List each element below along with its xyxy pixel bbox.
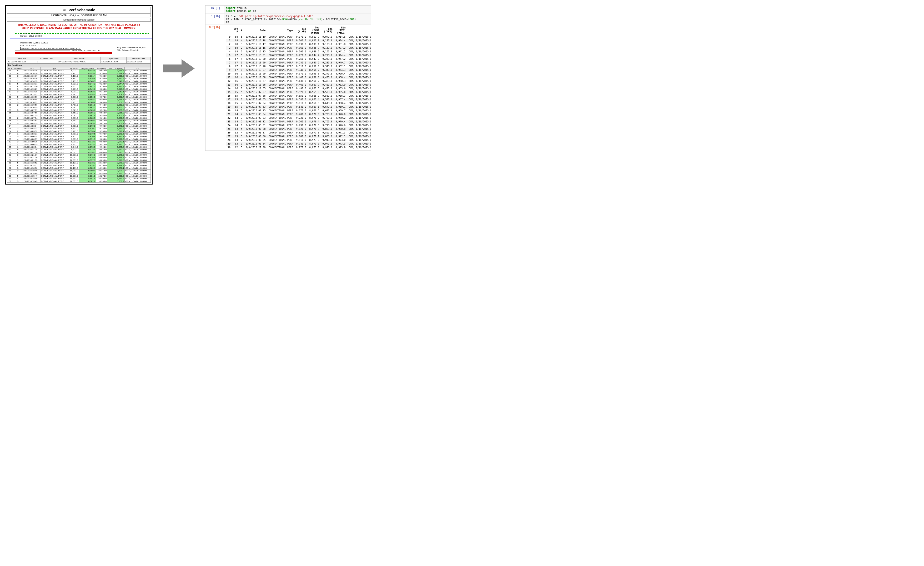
code-cell-1[interactable]: In [1]: import tabula import pandas as p… <box>206 6 371 14</box>
table-cell: 9,521.0 <box>68 109 79 111</box>
perf-header-row: Int #Cluster #DateTypeTop (ftKB)Top (TVD… <box>8 68 151 69</box>
table-row: 266342/9/2016 00:37CONVENTIONAL PERF9,85… <box>226 131 371 134</box>
perf-header: Job <box>125 68 151 69</box>
table-cell: 2/9/2016 16:15 <box>23 80 40 83</box>
table-cell: 2/8/2016 15:47 <box>23 175 40 178</box>
meta-header: Field Name <box>57 57 101 60</box>
table-cell: 8,970.8 <box>107 135 125 138</box>
table-cell: 1 <box>13 106 23 109</box>
perf-header: Btm (TVD) (ftKB) <box>107 68 125 69</box>
table-cell: 8,944.4 <box>107 83 125 85</box>
table-cell: OCM, 1/16/2015 00:00 <box>347 90 371 94</box>
table-cell: 9,491.0 <box>295 87 308 90</box>
table-cell: 1 <box>226 39 232 42</box>
table-row: 106652/9/2016 10:59CONVENTIONAL PERF9,37… <box>226 72 371 75</box>
meta-value: SPRABERRY (TREND AREA) <box>57 60 101 63</box>
table-cell: 2/9/2016 03:31 <box>244 123 267 127</box>
table-cell: 8,979.2 <box>107 164 125 167</box>
table-cell: 63 <box>232 142 239 146</box>
table-cell: 9,343.0 <box>321 68 334 72</box>
table-cell: 2/9/2016 00:35 <box>23 143 40 146</box>
table-cell: 9,913.0 <box>321 138 334 142</box>
table-cell: OCM, 1/16/2015 00:00 <box>125 151 151 154</box>
table-cell: 8,969.1 <box>334 105 347 109</box>
table-cell: 65 <box>8 119 13 122</box>
table-cell: 3 <box>239 79 244 83</box>
table-cell: CONVENTIONAL PERF <box>267 65 294 68</box>
table-row: 126632/9/2016 10:57CONVENTIONAL PERF9,43… <box>226 79 371 83</box>
table-cell: 64 <box>8 127 13 130</box>
table-cell: 2/8/2016 18:51 <box>23 164 40 167</box>
table-cell: 63 <box>8 135 13 138</box>
table-cell: OCM, 1/16/2015 00:00 <box>125 138 151 141</box>
table-cell: 9,463.0 <box>96 104 107 106</box>
table-cell: 4 <box>13 111 23 114</box>
table-cell: 2/8/2016 21:38 <box>23 151 40 154</box>
table-cell: 5 <box>239 53 244 57</box>
perf-header: Top (TVD) (ftKB) <box>79 68 96 69</box>
table-cell: 7 <box>226 61 232 65</box>
table-cell: 2/9/2016 03:35 <box>23 122 40 125</box>
table-cell: 68 <box>8 80 13 83</box>
page: UL Perf Schematic HORIZONTAL - Original,… <box>5 5 919 185</box>
table-cell: CONVENTIONAL PERF <box>40 90 68 93</box>
table-cell: 9,073.0 <box>96 69 107 72</box>
table-cell: 8,971.3 <box>107 138 125 141</box>
table-cell: OCM, 1/16/2015 00:00 <box>125 141 151 143</box>
table-row: 6752/9/2016 13:31CONVENTIONAL PERF9,221.… <box>8 83 151 85</box>
table-cell: 8,969.6 <box>79 122 96 125</box>
table-cell: 10,181.0 <box>68 167 79 170</box>
table-cell: 2/9/2016 10:58 <box>244 75 267 79</box>
table-cell: 9,371.0 <box>68 96 79 98</box>
table-cell: 9,313.0 <box>321 65 334 68</box>
table-cell: CONVENTIONAL PERF <box>40 75 68 77</box>
table-cell: 68 <box>8 77 13 80</box>
table-cell: 29 <box>226 142 232 146</box>
table-cell: 10,183.0 <box>96 167 107 170</box>
table-cell: 8,923.8 <box>308 39 321 42</box>
code-body-1[interactable]: import tabula import pandas as pd <box>224 6 371 14</box>
table-cell: 9,193.0 <box>96 80 107 83</box>
meta-header: Spud Date <box>100 57 126 60</box>
code-body-16[interactable]: file = 'pdf_parsing/lattice-pioneer-surv… <box>224 14 371 24</box>
table-row: 276332/9/2016 00:36CONVENTIONAL PERF9,88… <box>226 134 371 138</box>
table-cell: OCM, 1/16/2015 00:00 <box>125 125 151 127</box>
table-cell: 2/9/2016 13:30 <box>244 57 267 61</box>
table-cell: 9,793.0 <box>96 133 107 135</box>
table-cell: CONVENTIONAL PERF <box>267 123 294 127</box>
table-cell: 8,970.0 <box>107 125 125 127</box>
table-cell: 8,979.1 <box>79 164 96 167</box>
table-cell: 8,981.9 <box>79 178 96 180</box>
table-cell: 67 <box>232 57 239 61</box>
table-cell: CONVENTIONAL PERF <box>267 109 294 112</box>
table-cell: 65 <box>8 109 13 111</box>
table-row: 6532/9/2016 07:55CONVENTIONAL PERF9,581.… <box>8 114 151 117</box>
table-cell: 8,967.4 <box>107 114 125 117</box>
table-cell: OCM, 1/16/2015 00:00 <box>125 164 151 167</box>
table-cell: 2/8/2016 18:48 <box>23 172 40 175</box>
table-cell: 9,733.0 <box>96 127 107 130</box>
table-row: 6422/9/2016 03:32CONVENTIONAL PERF9,761.… <box>8 130 151 133</box>
table-cell: 61 <box>8 162 13 164</box>
table-row: 206452/9/2016 03:35CONVENTIONAL PERF9,67… <box>226 109 371 112</box>
table-cell: 62 <box>8 159 13 162</box>
table-cell: 9,491.0 <box>68 106 79 109</box>
table-cell: CONVENTIONAL PERF <box>40 172 68 175</box>
table-cell: OCM, 1/16/2015 00:00 <box>125 175 151 178</box>
table-cell: 9,071.0 <box>295 35 308 39</box>
table-cell: 9,101.0 <box>295 39 308 42</box>
table-cell: 8,958.4 <box>334 75 347 79</box>
table-cell: 1 <box>13 93 23 96</box>
table-cell: 67 <box>8 93 13 96</box>
table-cell: 2/9/2016 13:27 <box>244 68 267 72</box>
table-cell: 9,431.0 <box>68 101 79 104</box>
table-cell: 9,463.0 <box>321 83 334 87</box>
table-row: 6152/8/2016 18:52CONVENTIONAL PERF10,121… <box>8 162 151 164</box>
table-cell: 2/9/2016 10:55 <box>23 106 40 109</box>
table-row: 136622/9/2016 10:56CONVENTIONAL PERF9,46… <box>226 83 371 87</box>
table-row: 36822/9/2016 16:16CONVENTIONAL PERF9,161… <box>226 46 371 50</box>
table-cell: 2 <box>13 117 23 119</box>
code-cell-16[interactable]: In [16]: file = 'pdf_parsing/lattice-pio… <box>206 14 371 25</box>
table-cell: 8,947.0 <box>308 57 321 61</box>
table-cell: OCM, 1/16/2015 00:00 <box>347 109 371 112</box>
